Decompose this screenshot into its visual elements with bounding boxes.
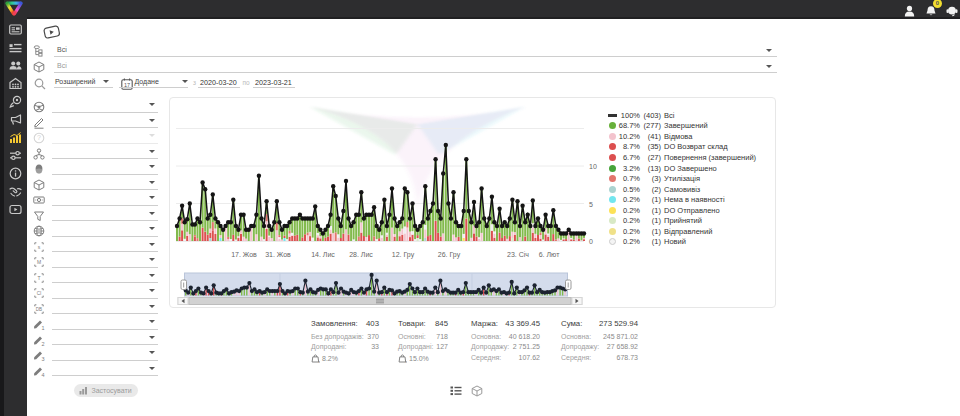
svg-text:10: 10	[589, 163, 597, 170]
svg-text:14. Лис: 14. Лис	[311, 251, 335, 258]
svg-text:T: T	[37, 275, 40, 281]
svg-text:2: 2	[41, 340, 44, 346]
svg-text:?: ?	[37, 135, 41, 142]
svg-text:x: x	[318, 361, 320, 364]
svg-text:DB: DB	[36, 307, 42, 312]
svg-text:4: 4	[41, 371, 44, 377]
svg-text:M: M	[37, 259, 41, 265]
svg-text:28. Лис: 28. Лис	[349, 251, 373, 258]
svg-text:26. Гру: 26. Гру	[437, 251, 460, 259]
svg-text:x: x	[405, 361, 407, 364]
svg-text:23. Січ: 23. Січ	[507, 251, 529, 258]
svg-text:0: 0	[589, 238, 593, 245]
svg-text:12. Гру: 12. Гру	[391, 251, 414, 259]
svg-text:17. Жов: 17. Жов	[231, 251, 257, 258]
svg-text:1: 1	[41, 325, 44, 331]
svg-text:CI: CI	[37, 291, 42, 296]
svg-text:s: s	[38, 244, 41, 250]
svg-text:5: 5	[589, 200, 593, 207]
svg-text:31. Жов: 31. Жов	[265, 251, 291, 258]
svg-text:6. Лют: 6. Лют	[538, 251, 559, 258]
svg-text:3: 3	[41, 356, 44, 362]
